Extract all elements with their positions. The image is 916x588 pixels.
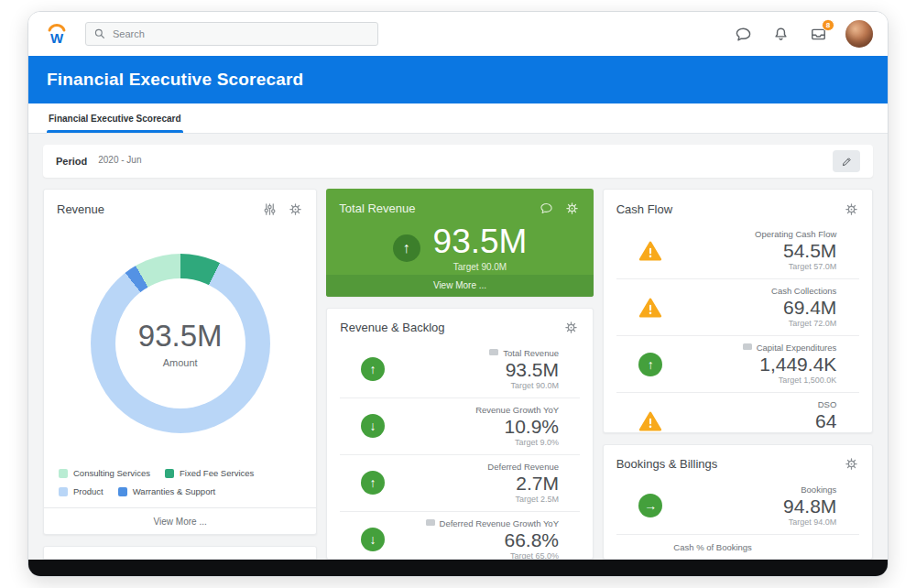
cash-flow-settings-button[interactable]: [843, 201, 859, 217]
donut-chart-area: 93.5M Amount: [44, 223, 316, 464]
kpi-target: Target 72.0M: [673, 319, 836, 329]
kpi-value: 66.8%: [396, 529, 559, 551]
kpi-row-bookings[interactable]: Bookings 94.8M Target 94.0M: [616, 478, 859, 534]
topbar-actions: 8: [733, 20, 873, 48]
total-revenue-body: ↑ 93.5M Target 90.0M: [326, 222, 593, 275]
trend-up-icon: [638, 353, 662, 376]
dashboard-content: Period 2020 - Jun Revenue: [28, 134, 888, 560]
notifications-button[interactable]: [770, 24, 791, 44]
kpi-row-dso[interactable]: DSO 64 Target 55: [616, 392, 859, 433]
revenue-donut-chart[interactable]: 93.5M Amount: [91, 254, 270, 433]
page-header: Financial Executive Scorecard: [28, 56, 888, 103]
bell-icon: [772, 26, 790, 43]
gear-icon: [845, 457, 858, 471]
kpi-value: 1,449.4K: [673, 354, 836, 376]
legend-label: Fixed Fee Services: [180, 468, 254, 478]
workday-logo-icon[interactable]: [43, 20, 71, 48]
sliders-icon: [263, 202, 277, 216]
kpi-row-total-revenue[interactable]: Total Revenue 93.5M Target 90.0M: [340, 342, 579, 397]
cash-flow-title: Cash Flow: [616, 202, 672, 216]
legend-item-fixed-fee-services: Fixed Fee Services: [165, 468, 254, 478]
kpi-label: Deferred Revenue: [396, 462, 559, 473]
kpi-value: 69.4M: [673, 297, 836, 319]
trend-up-icon: ↑: [393, 234, 420, 262]
page-title: Financial Executive Scorecard: [47, 70, 303, 90]
inbox-badge: 8: [822, 19, 834, 31]
kpi-label: Operating Cash Flow: [673, 229, 836, 240]
revenue-backlog-settings-button[interactable]: [563, 320, 580, 336]
search-input[interactable]: [113, 28, 370, 39]
revenue-backlog-card: Revenue & Backlog Total Revenue: [326, 308, 593, 560]
total-revenue-comment-button[interactable]: [539, 200, 555, 216]
kpi-target: Target 90.0M: [396, 381, 559, 391]
kpi-label: DSO: [673, 399, 836, 410]
configure-button[interactable]: [261, 201, 278, 217]
kpi-label: Capital Expenditures: [673, 343, 836, 354]
kpi-label: Total Revenue: [396, 348, 559, 359]
column-2: Total Revenue ↑ 93.: [326, 189, 593, 560]
kpi-target: Target 94.0M: [673, 517, 836, 528]
kpi-label: Cash % of Bookings: [673, 542, 836, 553]
cash-flow-kpi-list: Operating Cash Flow 54.5M Target 57.0M C…: [604, 223, 872, 433]
kpi-target: Target 57.0M: [673, 262, 836, 272]
revenue-settings-button[interactable]: [287, 201, 303, 217]
trend-right-icon: [638, 494, 662, 517]
warning-icon: [638, 409, 662, 433]
legend-label: Product: [73, 486, 104, 496]
user-avatar[interactable]: [845, 20, 873, 48]
bookings-header: Bookings & Billings: [604, 445, 872, 478]
legend-label: Consulting Services: [73, 468, 150, 478]
kpi-value: 54.5M: [673, 240, 836, 262]
legend-item-warranties-support: Warranties & Support: [118, 486, 215, 496]
kpi-row-revenue-growth-yoy[interactable]: Revenue Growth YoY 10.9% Target 9.0%: [340, 397, 579, 454]
trend-up-icon: [361, 471, 385, 495]
kpi-value: 2.7M: [396, 473, 559, 495]
trend-down-icon: [361, 414, 385, 438]
donut-center-value: 93.5M: [138, 319, 223, 354]
legend-swatch-icon: [165, 469, 174, 478]
total-revenue-settings-button[interactable]: [564, 200, 581, 216]
trend-up-icon: [361, 357, 385, 381]
gear-icon: [565, 201, 579, 215]
search-box: [85, 22, 378, 46]
cash-flow-header: Cash Flow: [604, 190, 872, 223]
bookings-billings-card: Bookings & Billings Bookings 9: [603, 444, 873, 560]
legend-item-consulting-services: Consulting Services: [59, 468, 150, 478]
legend-swatch-icon: [59, 469, 68, 478]
cash-flow-card: Cash Flow Operating Cash Flow: [603, 189, 873, 433]
donut-center: 93.5M Amount: [91, 254, 270, 433]
edit-period-button[interactable]: [833, 150, 860, 172]
kpi-row-deferred-revenue-growth-yoy[interactable]: Deferred Revenue Growth YoY 66.8% Target…: [340, 511, 579, 560]
indicator-icon: [489, 349, 498, 355]
total-revenue-target: Target 90.0M: [453, 262, 507, 272]
total-revenue-value: 93.5M: [433, 224, 528, 258]
total-revenue-view-more-link[interactable]: View More ...: [326, 275, 593, 297]
kpi-target: Target 2.5M: [396, 495, 559, 505]
chat-button[interactable]: [733, 24, 753, 44]
cards-grid: Revenue 93.5M: [43, 189, 873, 560]
period-bar: Period 2020 - Jun: [43, 145, 873, 178]
search-icon: [93, 27, 106, 40]
kpi-row-cash-pct-of-bookings[interactable]: Cash % of Bookings: [616, 534, 859, 560]
kpi-row-deferred-revenue[interactable]: Deferred Revenue 2.7M Target 2.5M: [340, 454, 579, 511]
kpi-value: 64: [673, 410, 836, 432]
kpi-label: Revenue Growth YoY: [396, 405, 559, 416]
inbox-button[interactable]: 8: [808, 24, 828, 44]
kpi-value: 10.9%: [396, 416, 559, 438]
tab-financial-executive-scorecard[interactable]: Financial Executive Scorecard: [47, 103, 183, 133]
bookings-settings-button[interactable]: [843, 456, 859, 473]
chat-icon: [735, 26, 752, 43]
next-card-partial: [43, 546, 317, 560]
tab-label: Financial Executive Scorecard: [49, 114, 181, 124]
kpi-row-cash-collections[interactable]: Cash Collections 69.4M Target 72.0M: [616, 278, 859, 335]
legend-swatch-icon: [118, 487, 127, 496]
gear-icon: [564, 321, 578, 334]
revenue-card-title: Revenue: [57, 202, 104, 216]
chart-legend: Consulting Services Fixed Fee Services P…: [44, 464, 316, 507]
revenue-view-more-link[interactable]: View More ...: [44, 507, 316, 534]
period-label: Period: [56, 156, 87, 167]
top-bar: 8: [28, 12, 888, 56]
kpi-row-operating-cash-flow[interactable]: Operating Cash Flow 54.5M Target 57.0M: [616, 223, 859, 278]
kpi-row-capital-expenditures[interactable]: Capital Expenditures 1,449.4K Target 1,5…: [616, 335, 859, 392]
total-revenue-card: Total Revenue ↑ 93.: [326, 189, 593, 297]
